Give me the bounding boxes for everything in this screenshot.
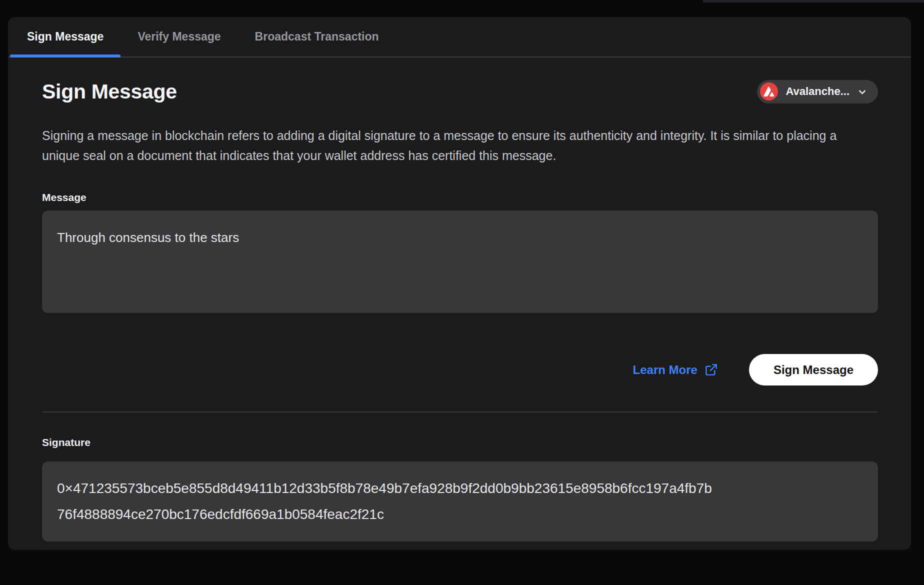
section-divider	[42, 412, 878, 412]
message-input[interactable]: Through consensus to the stars	[42, 210, 878, 313]
chevron-down-icon	[857, 86, 868, 98]
avalanche-logo-icon	[760, 82, 778, 100]
network-selector[interactable]: Avalanche...	[757, 80, 878, 104]
tabbar: Sign Message Verify Message Broadcast Tr…	[8, 17, 911, 58]
learn-more-link[interactable]: Learn More	[633, 363, 718, 377]
actions-row: Learn More Sign Message	[42, 354, 878, 386]
tab-panel-sign-message: Sign Message Avalanche... Signing a	[8, 80, 911, 542]
description-text: Signing a message in blockchain refers t…	[42, 126, 872, 166]
sign-message-card: Sign Message Verify Message Broadcast Tr…	[8, 17, 911, 550]
sign-message-button[interactable]: Sign Message	[749, 354, 878, 386]
signature-value: 0×471235573bceb5e855d8d49411b12d33b5f8b7…	[57, 476, 716, 528]
signature-label: Signature	[42, 436, 878, 448]
learn-more-label: Learn More	[633, 363, 698, 377]
tab-verify-message[interactable]: Verify Message	[120, 17, 238, 56]
message-label: Message	[42, 192, 878, 204]
overlapping-window-edge	[702, 0, 924, 2]
page-title: Sign Message	[42, 80, 177, 104]
tab-broadcast-transaction[interactable]: Broadcast Transaction	[238, 17, 396, 56]
signature-output[interactable]: 0×471235573bceb5e855d8d49411b12d33b5f8b7…	[42, 462, 878, 542]
tab-sign-message[interactable]: Sign Message	[10, 17, 120, 56]
header-row: Sign Message Avalanche...	[42, 80, 878, 104]
external-link-icon	[704, 363, 718, 376]
network-label: Avalanche...	[786, 85, 850, 98]
